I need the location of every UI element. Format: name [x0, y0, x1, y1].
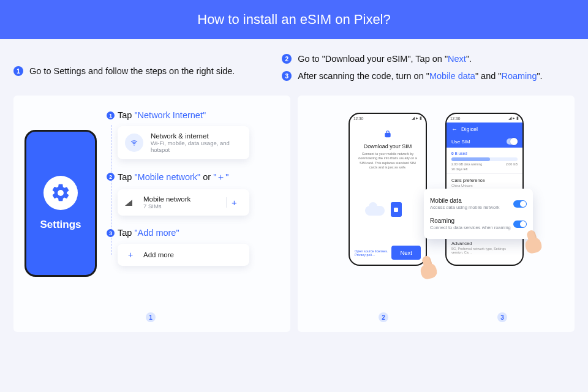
phone-settings-mock: Settings	[24, 130, 97, 277]
cloud-icon	[365, 206, 385, 216]
intro-step-2: 2 Go to "Download your eSIM", Tap on "Ne…	[282, 54, 575, 64]
card-title: Mobile network	[143, 195, 190, 203]
card-subtitle: 7 SIMs	[143, 203, 190, 209]
badge-2: 2	[282, 54, 292, 64]
roaming-sub: Connect to data services when roaming	[430, 225, 511, 230]
gear-icon	[43, 176, 78, 210]
intro-step-2-text: Go to "Download your eSIM", Tap on "Next…	[298, 54, 472, 64]
rail-step-3-title: Tap "Add more"	[118, 228, 279, 238]
mobile-data-sub: Access data using mobile network	[430, 205, 499, 210]
intro-step-3-text: After scanning the code, turn on "Mobile…	[298, 71, 542, 81]
panel-settings-steps: Settings 1 Tap "Network Internet" Networ…	[13, 96, 290, 332]
sim-card-icon	[391, 202, 402, 217]
status-icons: ◢ ▸ ▮	[412, 116, 422, 121]
card-add-more[interactable]: + Add more	[118, 244, 249, 266]
rail-badge-1: 1	[107, 111, 115, 119]
status-time: 12:30	[353, 116, 363, 121]
plus-icon: +	[125, 250, 136, 260]
plus-icon[interactable]: +	[226, 197, 242, 208]
badge-1: 1	[13, 66, 23, 76]
rail-step-1-title: Tap "Network Internet"	[118, 110, 279, 120]
intro-step-3: 3 After scanning the code, turn on "Mobi…	[282, 71, 575, 81]
intro-steps: 1 Go to Settings and follow the steps on…	[0, 39, 588, 96]
rail-badge-3: 3	[107, 229, 115, 237]
card-mobile-network[interactable]: Mobile network 7 SIMs +	[118, 189, 249, 216]
panel-phone-screens: 12:30 ◢ ▸ ▮ Download your SIM Connect to…	[298, 96, 575, 332]
use-sim-toggle[interactable]	[507, 138, 518, 145]
panel-footer-badge-2: 2	[379, 312, 388, 322]
panel-footer-badge-1: 1	[146, 312, 156, 322]
license-link[interactable]: Open source licenses. Privacy poli…	[355, 249, 391, 257]
mobile-data-toggle[interactable]	[513, 200, 527, 208]
overlay-roaming[interactable]: Roaming Connect to data services when ro…	[430, 214, 527, 234]
use-sim-row[interactable]: Use SIM	[447, 135, 522, 148]
overlay-mobile-data[interactable]: Mobile data Access data using mobile net…	[430, 194, 527, 214]
intro-step-1-text: Go to Settings and follow the steps on t…	[29, 66, 235, 76]
page-header: How to install an eSIM on Pixel?	[0, 0, 588, 39]
wifi-icon	[125, 134, 143, 152]
page-title: How to install an eSIM on Pixel?	[197, 12, 391, 28]
row-advanced[interactable]: Advanced 5G, Preferred network type, Set…	[447, 236, 522, 258]
status-time: 12:30	[450, 116, 460, 121]
back-icon[interactable]: ←	[451, 126, 458, 132]
panel-footer-badge-3: 3	[497, 312, 507, 322]
status-icons: ◢ ▸ ▮	[508, 116, 519, 121]
roaming-toggle[interactable]	[513, 221, 527, 228]
status-bar: 12:30 ◢ ▸ ▮	[350, 114, 426, 123]
signal-icon	[125, 200, 136, 206]
card-title: Network & internet	[151, 132, 242, 140]
sim-illustration	[360, 191, 415, 217]
download-sim-title: Download your SIM	[356, 143, 420, 149]
rail-step-2-title: Tap "Mobile network" or "＋"	[118, 172, 279, 183]
use-sim-label: Use SIM	[451, 139, 470, 145]
card-title: Add more	[143, 251, 174, 258]
overlay-data-roaming: Mobile data Access data using mobile net…	[424, 189, 533, 239]
rail-badge-2: 2	[107, 173, 115, 181]
mobile-data-label: Mobile data	[430, 197, 499, 204]
card-subtitle: Wi-Fi, mobile, data usage, and hotspot	[151, 140, 242, 153]
next-button[interactable]: Next	[391, 246, 421, 260]
badge-3: 3	[282, 71, 292, 81]
data-gauge: 0 B used 2.00 GB data warning2.00 GB 30 …	[447, 148, 522, 173]
carrier-name: Digicel	[461, 126, 478, 132]
download-sim-desc: Connect to your mobile network by downlo…	[356, 152, 420, 170]
intro-step-1: 1 Go to Settings and follow the steps on…	[13, 66, 257, 76]
status-bar: 12:30 ◢ ▸ ▮	[447, 114, 522, 123]
app-bar: ← Digicel	[447, 123, 522, 135]
card-network-internet[interactable]: Network & internet Wi-Fi, mobile, data u…	[118, 126, 249, 159]
roaming-label: Roaming	[430, 217, 511, 224]
settings-label: Settings	[40, 219, 81, 231]
phone-download-sim: 12:30 ◢ ▸ ▮ Download your SIM Connect to…	[349, 113, 427, 266]
lock-icon	[383, 130, 392, 138]
